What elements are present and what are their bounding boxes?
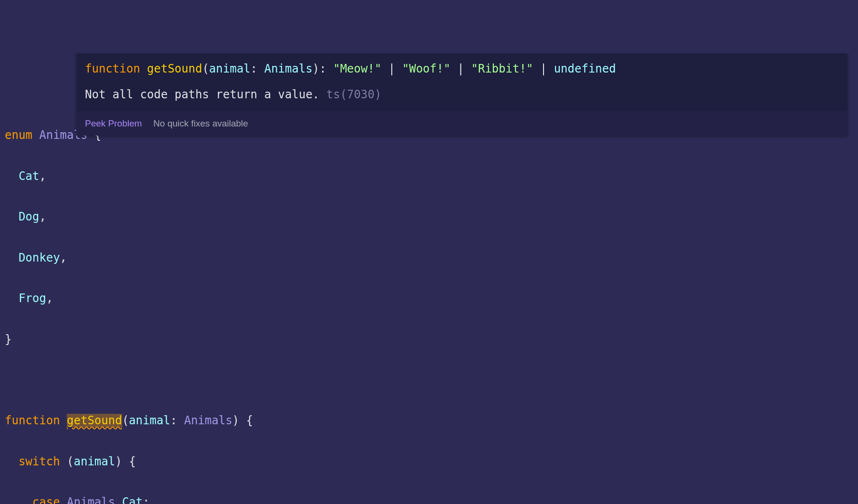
enum-value: Cat bbox=[19, 169, 39, 183]
sig-keyword-function: function bbox=[85, 62, 140, 75]
brace-open: { bbox=[246, 414, 253, 427]
enum-value: Frog bbox=[19, 292, 46, 305]
code-line[interactable]: Dog, bbox=[5, 207, 853, 227]
hover-actions-bar: Peek Problem No quick fixes available bbox=[76, 111, 848, 136]
enum-member: Cat bbox=[122, 495, 143, 504]
keyword-case: case bbox=[32, 495, 60, 504]
sig-param-name: animal bbox=[209, 62, 251, 75]
keyword-function: function bbox=[5, 414, 60, 427]
enum-access: Animals bbox=[67, 495, 115, 504]
code-line[interactable]: case Animals.Cat: bbox=[5, 492, 853, 504]
variable: animal bbox=[74, 455, 115, 468]
peek-problem-link[interactable]: Peek Problem bbox=[85, 115, 142, 132]
brace-open: { bbox=[129, 455, 136, 468]
sig-return-type: undefined bbox=[554, 62, 616, 75]
code-line[interactable]: switch (animal) { bbox=[5, 452, 853, 472]
enum-value: Donkey bbox=[19, 251, 60, 264]
hover-error-message: Not all code paths return a value. ts(70… bbox=[76, 82, 848, 111]
hover-tooltip[interactable]: function getSound(animal: Animals): "Meo… bbox=[76, 53, 848, 136]
enum-value: Dog bbox=[19, 210, 39, 223]
keyword-enum: enum bbox=[5, 128, 32, 142]
sig-param-type: Animals bbox=[264, 62, 313, 75]
brace-close: } bbox=[5, 333, 11, 346]
hover-signature: function getSound(animal: Animals): "Meo… bbox=[76, 53, 848, 82]
code-line[interactable]: Donkey, bbox=[5, 248, 853, 268]
code-line[interactable]: } bbox=[5, 329, 853, 350]
code-line[interactable]: Cat, bbox=[5, 166, 853, 187]
error-code: ts(7030) bbox=[326, 88, 382, 101]
param-name: animal bbox=[129, 414, 170, 427]
editor-area[interactable]: enum Animals { Cat, Dog, Donkey, Frog, }… bbox=[5, 105, 853, 504]
param-type: Animals bbox=[184, 414, 232, 427]
function-name-error[interactable]: getSound bbox=[67, 414, 122, 427]
code-line-blank[interactable] bbox=[5, 370, 853, 390]
error-text: Not all code paths return a value. bbox=[85, 88, 319, 101]
sig-return-type: "Ribbit!" bbox=[471, 62, 533, 75]
code-line[interactable]: Frog, bbox=[5, 288, 853, 309]
keyword-switch: switch bbox=[19, 455, 60, 468]
no-quick-fixes-text: No quick fixes available bbox=[153, 115, 248, 132]
code-line[interactable]: function getSound(animal: Animals) { bbox=[5, 410, 853, 431]
sig-function-name: getSound bbox=[147, 62, 202, 75]
sig-return-type: "Woof!" bbox=[402, 62, 450, 75]
sig-return-type: "Meow!" bbox=[333, 62, 381, 75]
